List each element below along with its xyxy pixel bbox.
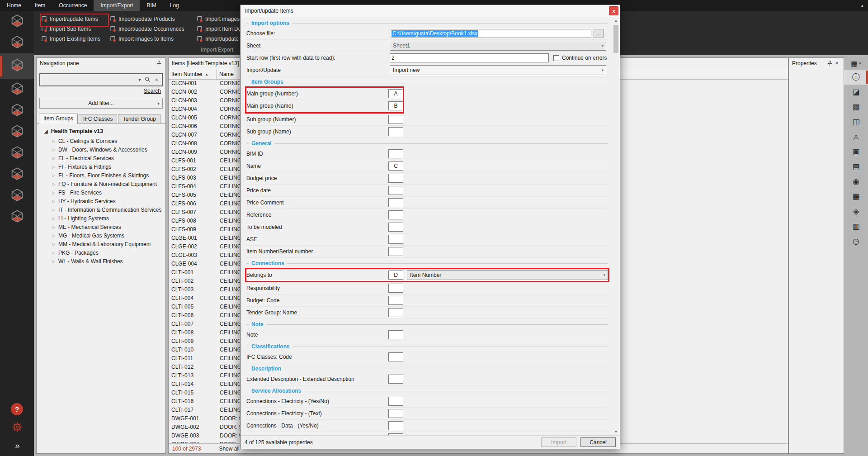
tree-item[interactable]: ▷ ME - Mechanical Services bbox=[38, 223, 164, 231]
sheet-dropdown[interactable]: Sheet1 ▾ bbox=[390, 41, 606, 51]
column-letter-input[interactable]: D bbox=[388, 271, 403, 280]
nav-tab[interactable]: Tender Group bbox=[118, 114, 160, 124]
column-letter-input[interactable] bbox=[388, 235, 403, 244]
tree-item[interactable]: ▷ CL - Ceilings & Cornices bbox=[38, 137, 164, 145]
show-all-link[interactable]: Show all bbox=[219, 446, 239, 452]
column-letter-input[interactable] bbox=[388, 210, 403, 219]
side-tool-button[interactable]: ▣ bbox=[844, 144, 868, 159]
column-letter-input[interactable] bbox=[388, 352, 403, 361]
collapsed-arrow-icon[interactable]: ▷ bbox=[52, 225, 55, 229]
collapsed-arrow-icon[interactable]: ▷ bbox=[52, 233, 55, 238]
ribbon-button[interactable]: Import/update Items bbox=[41, 14, 110, 24]
tree-item[interactable]: ▷ FL - Floors, Floor Finishes & Skirting… bbox=[38, 171, 164, 180]
column-letter-input[interactable] bbox=[388, 115, 403, 124]
collapsed-arrow-icon[interactable]: ▷ bbox=[52, 147, 55, 152]
dialog-close-button[interactable]: x bbox=[609, 6, 618, 15]
tree-item[interactable]: ▷ PKG - Packages bbox=[38, 248, 164, 257]
collapsed-arrow-icon[interactable]: ▷ bbox=[52, 139, 55, 143]
search-link[interactable]: Search bbox=[41, 88, 161, 94]
column-letter-input[interactable] bbox=[388, 174, 403, 183]
ribbon-button[interactable]: Import/update Products bbox=[110, 14, 197, 24]
column-letter-input[interactable] bbox=[388, 308, 403, 317]
tree-item[interactable]: ▷ WL - Walls & Wall Finishes bbox=[38, 257, 164, 266]
side-tool-button[interactable]: ◈ bbox=[844, 204, 868, 219]
column-letter-input[interactable]: B bbox=[388, 101, 403, 110]
search-icon[interactable] bbox=[145, 76, 151, 84]
rail-module-button[interactable] bbox=[0, 206, 34, 228]
choose-file-input[interactable]: C:\Users\gusta\Desktop\Book1.xlsx bbox=[390, 29, 591, 38]
column-letter-input[interactable] bbox=[388, 223, 403, 232]
side-tool-button[interactable]: ▦ bbox=[844, 189, 868, 204]
ribbon-button[interactable]: Import images to Items bbox=[110, 34, 197, 44]
collapsed-arrow-icon[interactable]: ▷ bbox=[52, 251, 55, 255]
tree-root[interactable]: ◢ Health Template v13 bbox=[38, 128, 164, 137]
rail-module-button[interactable] bbox=[0, 53, 34, 79]
scrollbar-thumb[interactable] bbox=[613, 25, 618, 53]
collapsed-arrow-icon[interactable]: ▷ bbox=[52, 208, 55, 212]
column-letter-input[interactable] bbox=[388, 247, 403, 256]
column-letter-input[interactable]: A bbox=[388, 89, 403, 98]
side-tool-button[interactable]: ◪ bbox=[844, 85, 868, 100]
menu-tab[interactable]: Home bbox=[0, 0, 28, 11]
column-letter-input[interactable] bbox=[388, 296, 403, 305]
collapsed-arrow-icon[interactable]: ▷ bbox=[52, 173, 55, 178]
collapsed-arrow-icon[interactable]: ▷ bbox=[52, 242, 55, 247]
tree-item[interactable]: ▷ HY - Hydraulic Services bbox=[38, 197, 164, 205]
close-icon[interactable]: × bbox=[833, 60, 840, 66]
rail-module-button[interactable] bbox=[0, 32, 34, 53]
nav-tab[interactable]: Item Groups bbox=[39, 114, 78, 124]
side-tool-button[interactable]: ▥ bbox=[844, 219, 868, 234]
clear-search-icon[interactable]: × bbox=[155, 76, 158, 83]
dialog-title-bar[interactable]: Import/update Items bbox=[241, 5, 620, 17]
side-tool-button[interactable]: ◉ bbox=[844, 174, 868, 189]
scroll-down-icon[interactable]: ▾ bbox=[612, 428, 620, 435]
column-letter-input[interactable] bbox=[388, 284, 403, 293]
collapsed-arrow-icon[interactable]: ▷ bbox=[52, 156, 55, 161]
tree-item[interactable]: ▷ FQ - Furniture & Non-medical Equipment bbox=[38, 180, 164, 188]
ribbon-button[interactable]: Import Existing Items bbox=[41, 34, 110, 44]
rail-module-button[interactable] bbox=[0, 185, 34, 206]
settings-button[interactable] bbox=[11, 422, 24, 434]
tree-item[interactable]: ▷ MM - Medical & Laboratory Equipment bbox=[38, 240, 164, 248]
rail-module-button[interactable] bbox=[0, 142, 34, 164]
continue-on-errors-checkbox[interactable] bbox=[553, 55, 559, 61]
tree-item[interactable]: ▷ IT - Information & Communication Servi… bbox=[38, 205, 164, 214]
side-tool-button[interactable]: ▤ bbox=[844, 159, 868, 174]
column-letter-input[interactable] bbox=[388, 198, 403, 207]
collapsed-arrow-icon[interactable]: ▷ bbox=[52, 165, 55, 169]
tree-item[interactable]: ▷ FI - Fixtures & Fittings bbox=[38, 162, 164, 171]
belongs-to-dropdown[interactable]: Item Number ▾ bbox=[407, 270, 608, 280]
add-filter-dropdown[interactable]: Add filter... ▾ bbox=[39, 98, 163, 109]
column-letter-input[interactable] bbox=[388, 127, 403, 136]
menu-tab[interactable]: Log bbox=[163, 0, 186, 11]
menu-tab[interactable]: BIM bbox=[140, 0, 163, 11]
expand-rail-button[interactable]: » bbox=[15, 441, 19, 451]
column-letter-input[interactable] bbox=[388, 330, 403, 339]
layout-button[interactable]: ▦ ▾ bbox=[844, 57, 868, 70]
tree-item[interactable]: ▷ DW - Doors, Windows & Accessories bbox=[38, 145, 164, 154]
collapsed-arrow-icon[interactable]: ▷ bbox=[52, 190, 55, 195]
pin-icon[interactable] bbox=[155, 61, 162, 66]
menu-tab[interactable]: Occurrence bbox=[52, 0, 94, 11]
collapsed-arrow-icon[interactable]: ▷ bbox=[52, 259, 55, 264]
menu-tab[interactable]: Item bbox=[28, 0, 52, 11]
tree-item[interactable]: ▷ EL - Electrical Services bbox=[38, 154, 164, 162]
rail-module-button[interactable] bbox=[0, 100, 34, 121]
ribbon-collapse-icon[interactable]: ▴ bbox=[861, 3, 863, 9]
ribbon-button[interactable]: Import Sub Items bbox=[41, 24, 110, 34]
dialog-scrollbar[interactable]: ▴ ▾ bbox=[612, 17, 620, 435]
nav-tab[interactable]: IFC Classes bbox=[79, 114, 117, 124]
expanded-arrow-icon[interactable]: ◢ bbox=[44, 129, 48, 134]
rail-module-button[interactable] bbox=[0, 164, 34, 185]
collapsed-arrow-icon[interactable]: ▷ bbox=[52, 199, 55, 204]
column-letter-input[interactable] bbox=[388, 421, 403, 430]
pin-icon[interactable] bbox=[826, 61, 833, 66]
chevron-down-icon[interactable]: ▾ bbox=[138, 77, 141, 82]
start-row-input[interactable]: 2 bbox=[390, 53, 549, 62]
side-tool-button[interactable]: ◬ bbox=[844, 129, 868, 144]
import-update-dropdown[interactable]: Import new ▾ bbox=[390, 65, 606, 75]
collapsed-arrow-icon[interactable]: ▷ bbox=[52, 216, 55, 221]
menu-tab[interactable]: Import/Export bbox=[94, 0, 140, 11]
tree-item[interactable]: ▷ MG - Medical Gas Systems bbox=[38, 231, 164, 240]
cancel-button[interactable]: Cancel bbox=[580, 437, 616, 447]
